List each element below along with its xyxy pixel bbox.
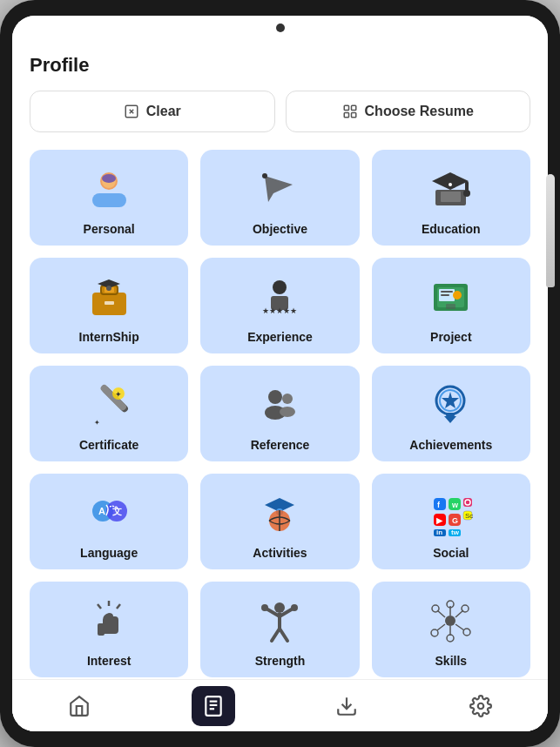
interest-icon bbox=[83, 595, 135, 647]
svg-rect-36 bbox=[99, 383, 128, 412]
grid-item-social[interactable]: f w ▶ G in tw bbox=[372, 474, 530, 569]
svg-point-33 bbox=[453, 291, 462, 299]
svg-line-74 bbox=[98, 604, 101, 609]
svg-point-93 bbox=[447, 635, 454, 642]
svg-text:G: G bbox=[452, 516, 458, 525]
social-label: Social bbox=[433, 546, 469, 560]
grid-item-skills[interactable]: Skills bbox=[372, 582, 530, 677]
grid-item-experience[interactable]: ★★★★★ Experience bbox=[200, 258, 359, 353]
screen: Profile Clear bbox=[12, 16, 548, 731]
grid-item-project[interactable]: Project bbox=[372, 258, 530, 353]
stylus bbox=[546, 174, 555, 287]
svg-point-16 bbox=[463, 190, 470, 197]
activities-icon bbox=[253, 487, 306, 539]
svg-marker-48 bbox=[444, 416, 456, 423]
interest-label: Interest bbox=[87, 654, 132, 668]
svg-point-18 bbox=[449, 183, 452, 186]
svg-text:▶: ▶ bbox=[436, 516, 443, 525]
svg-rect-6 bbox=[351, 113, 355, 118]
svg-point-43 bbox=[280, 407, 295, 417]
language-label: Language bbox=[80, 546, 138, 560]
achievements-icon bbox=[425, 379, 477, 431]
svg-point-25 bbox=[273, 280, 287, 294]
personal-label: Personal bbox=[84, 222, 135, 236]
grid-item-education[interactable]: Education bbox=[372, 150, 530, 246]
nav-download[interactable] bbox=[325, 686, 368, 726]
svg-rect-3 bbox=[344, 105, 348, 110]
internship-icon bbox=[83, 271, 135, 323]
svg-point-82 bbox=[291, 604, 298, 611]
grid-item-strength[interactable]: Strength bbox=[200, 582, 359, 677]
svg-text:✦: ✦ bbox=[94, 419, 100, 427]
grid-item-internship[interactable]: InternShip bbox=[30, 258, 188, 353]
certificate-label: Certificate bbox=[79, 438, 138, 452]
svg-rect-47 bbox=[446, 413, 455, 416]
objective-icon bbox=[253, 163, 306, 215]
svg-rect-31 bbox=[441, 291, 453, 293]
svg-point-40 bbox=[268, 390, 282, 404]
svg-point-91 bbox=[463, 629, 470, 636]
activities-label: Activities bbox=[253, 546, 307, 560]
menu-grid: Personal Objective bbox=[30, 150, 530, 677]
svg-point-89 bbox=[462, 605, 469, 612]
reference-label: Reference bbox=[251, 438, 310, 452]
home-icon bbox=[68, 695, 91, 717]
reference-icon bbox=[253, 379, 306, 431]
device-frame: Profile Clear bbox=[0, 0, 560, 747]
grid-item-objective[interactable]: Objective bbox=[200, 150, 359, 246]
svg-rect-5 bbox=[344, 113, 348, 118]
svg-point-10 bbox=[102, 174, 116, 183]
grid-item-language[interactable]: A 文 Language bbox=[30, 474, 188, 569]
svg-text:★★★★★: ★★★★★ bbox=[262, 306, 297, 315]
education-label: Education bbox=[422, 222, 481, 236]
nav-home[interactable] bbox=[57, 686, 101, 726]
nav-resume[interactable] bbox=[192, 686, 235, 726]
internship-label: InternShip bbox=[79, 330, 139, 344]
choose-resume-button[interactable]: Choose Resume bbox=[286, 91, 531, 132]
grid-item-activities[interactable]: Activities bbox=[200, 474, 359, 569]
bottom-navigation bbox=[12, 679, 548, 731]
download-icon bbox=[335, 695, 358, 717]
grid-item-achievements[interactable]: Achievements bbox=[372, 366, 530, 461]
svg-rect-8 bbox=[92, 193, 126, 207]
svg-marker-46 bbox=[442, 392, 459, 408]
achievements-label: Achievements bbox=[409, 438, 492, 452]
language-icon: A 文 bbox=[83, 487, 135, 539]
svg-point-95 bbox=[431, 629, 438, 636]
grid-item-reference[interactable]: Reference bbox=[200, 366, 359, 461]
svg-point-81 bbox=[261, 604, 268, 611]
page-title: Profile bbox=[30, 54, 530, 77]
svg-line-83 bbox=[272, 629, 280, 641]
svg-text:A: A bbox=[98, 506, 105, 516]
svg-rect-22 bbox=[105, 301, 114, 305]
svg-marker-14 bbox=[432, 172, 469, 190]
action-buttons: Clear Choose Resume bbox=[30, 91, 530, 132]
svg-line-84 bbox=[280, 629, 287, 641]
svg-text:w: w bbox=[451, 501, 459, 509]
grid-item-certificate[interactable]: ✦ ✦ Certificate bbox=[30, 366, 188, 461]
project-icon bbox=[425, 271, 477, 323]
svg-marker-11 bbox=[265, 176, 293, 202]
svg-text:in: in bbox=[436, 528, 442, 536]
svg-line-75 bbox=[117, 604, 120, 609]
svg-text:tw: tw bbox=[451, 528, 460, 536]
status-bar bbox=[12, 16, 548, 40]
clear-button[interactable]: Clear bbox=[30, 91, 275, 132]
grid-item-interest[interactable]: Interest bbox=[30, 582, 188, 677]
nav-settings[interactable] bbox=[459, 686, 503, 726]
project-label: Project bbox=[430, 330, 471, 344]
grid-item-personal[interactable]: Personal bbox=[30, 150, 188, 246]
svg-text:Sc: Sc bbox=[465, 512, 473, 520]
svg-line-90 bbox=[455, 624, 464, 630]
svg-point-103 bbox=[478, 703, 484, 709]
skills-label: Skills bbox=[435, 654, 468, 668]
svg-text:✦: ✦ bbox=[115, 390, 122, 399]
main-content: Profile Clear bbox=[12, 40, 548, 731]
svg-text:文: 文 bbox=[112, 506, 122, 516]
clear-icon bbox=[124, 104, 139, 119]
objective-label: Objective bbox=[253, 222, 307, 236]
svg-point-77 bbox=[274, 602, 285, 613]
svg-line-94 bbox=[437, 624, 445, 630]
svg-rect-76 bbox=[98, 623, 105, 636]
svg-point-85 bbox=[445, 616, 455, 626]
